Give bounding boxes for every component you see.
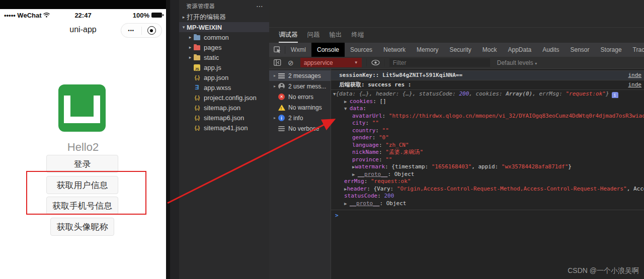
tree-caret-icon[interactable]: ▸: [181, 15, 187, 20]
sidebar-toggle-icon[interactable]: [274, 59, 281, 66]
close-record-icon[interactable]: [142, 26, 162, 35]
file-item[interactable]: ▸common: [179, 32, 269, 42]
expand-caret-icon[interactable]: ▶: [352, 172, 358, 177]
file-item[interactable]: Ǝapp.wxss: [179, 82, 269, 92]
devtools-tab[interactable]: Network: [378, 43, 411, 57]
devtools-tab[interactable]: Sources: [345, 43, 378, 57]
row-caret-icon[interactable]: ▸: [272, 84, 278, 88]
row-caret-icon[interactable]: ▸: [272, 73, 278, 78]
more-menu-icon[interactable]: •••: [121, 28, 141, 33]
devtools-tab[interactable]: Audits: [537, 43, 565, 57]
devtools-tab[interactable]: Console: [311, 43, 345, 57]
devtools-tab[interactable]: Trace: [627, 43, 644, 57]
devtools-tab[interactable]: AppData: [502, 43, 537, 57]
expand-caret-icon[interactable]: ▶: [344, 201, 350, 206]
file-item[interactable]: {..}sitemap41.json: [179, 123, 269, 133]
user-icon: [278, 83, 285, 89]
phone-button[interactable]: 获取头像昵称: [50, 218, 114, 236]
inspect-element-icon[interactable]: [274, 46, 281, 53]
explorer-more-icon[interactable]: ⋯: [256, 2, 263, 10]
devtools-tab[interactable]: Wxml: [285, 43, 311, 57]
console-line[interactable]: language: "zh_CN": [331, 142, 644, 149]
file-item[interactable]: {..}sitemap.json: [179, 103, 269, 113]
console-line[interactable]: ▶watermark: {timestamp: "1656168403", ap…: [331, 163, 644, 171]
panel-tab[interactable]: 问题: [307, 28, 320, 43]
phone-button[interactable]: 获取手机号信息: [46, 197, 118, 215]
warning-icon: !: [278, 105, 285, 111]
message-filter-row[interactable]: ▸i2 info: [269, 113, 331, 123]
console-line[interactable]: country: "": [331, 127, 644, 135]
console-line[interactable]: 后端获取: success res :inde: [331, 80, 644, 90]
verbose-icon: [278, 125, 285, 132]
info-icon: i: [278, 115, 285, 122]
file-tree: ▸打开的编辑器▾MP-WEIXIN▸common▸pages▸staticJSa…: [179, 12, 269, 133]
console-line[interactable]: sessionKey:: Lit5w84gZNIT+591KqiNNA==ind…: [331, 70, 644, 80]
devtools-top-spacer: [269, 0, 644, 28]
context-dropdown[interactable]: appservice ▼: [300, 58, 362, 67]
console-line[interactable]: city: "": [331, 120, 644, 127]
default-levels-dropdown[interactable]: Default levels ▾: [497, 59, 537, 66]
console-text: __proto__: [350, 200, 380, 207]
console-line[interactable]: errMsg: "request:ok": [331, 178, 644, 185]
devtools-tab[interactable]: Storage: [595, 43, 627, 57]
console-text: data: [350, 105, 363, 112]
file-item[interactable]: {..}app.json: [179, 72, 269, 82]
panel-tab[interactable]: 输出: [330, 28, 342, 43]
panel-tab[interactable]: 终端: [352, 28, 364, 43]
file-item[interactable]: {..}sitemap6.json: [179, 113, 269, 123]
tree-caret-icon[interactable]: ▸: [187, 45, 193, 50]
file-type-icon: JS: [193, 64, 201, 71]
console-line[interactable]: province: "": [331, 156, 644, 164]
message-filter-row[interactable]: !No warnings: [269, 102, 331, 113]
console-line[interactable]: ▶ __proto__: Object: [331, 200, 644, 208]
devtools-tab-bar: WxmlConsoleSourcesNetworkMemorySecurityM…: [269, 43, 644, 57]
console-line[interactable]: ▼ data:: [331, 105, 644, 113]
console-line[interactable]: ▼{data: {…}, header: {…}, statusCode: 20…: [331, 90, 644, 98]
devtools-tab[interactable]: Security: [444, 43, 476, 57]
console-prompt[interactable]: >: [331, 210, 644, 219]
tree-caret-icon[interactable]: ▸: [187, 35, 193, 40]
devtools-tab[interactable]: Mock: [477, 43, 503, 57]
phone-button[interactable]: 登录: [46, 155, 118, 173]
message-filter-row[interactable]: ▸2 user mess...: [269, 81, 331, 91]
message-filter-row[interactable]: ✕No errors: [269, 91, 331, 102]
file-item[interactable]: ▸pages: [179, 42, 269, 52]
row-caret-icon[interactable]: ▸: [272, 116, 278, 120]
item-label: app.wxss: [204, 84, 231, 91]
console-line[interactable]: ▶ __proto__: Object: [331, 171, 644, 178]
console-line[interactable]: ▶ cookies: []: [331, 98, 644, 106]
console-line[interactable]: ▶header: {Vary: "Origin,Access-Control-R…: [331, 185, 644, 193]
panel-tab[interactable]: 调试器: [279, 28, 298, 43]
source-link[interactable]: inde: [628, 80, 642, 89]
devtools-tab[interactable]: Sensor: [565, 43, 595, 57]
tree-caret-icon[interactable]: ▾: [181, 25, 187, 30]
phone-button[interactable]: 获取用户信息: [46, 176, 118, 194]
file-item[interactable]: ▸static: [179, 52, 269, 62]
clear-console-icon[interactable]: ⊘: [288, 59, 294, 67]
default-levels-label: Default levels: [497, 59, 533, 66]
filter-input[interactable]: [389, 58, 490, 67]
console-line[interactable]: statusCode: 200: [331, 193, 644, 200]
message-filter-row[interactable]: ▸2 messages: [269, 70, 331, 81]
eye-icon[interactable]: [371, 60, 380, 65]
console-line[interactable]: nickName: "孟婆.来碗汤": [331, 149, 644, 156]
source-link[interactable]: inde: [628, 71, 642, 80]
console-line[interactable]: gender: "0": [331, 134, 644, 142]
console-text: city: [352, 120, 366, 126]
message-filter-row[interactable]: No verbose: [269, 123, 331, 134]
row-label: No errors: [288, 94, 313, 101]
item-label: static: [204, 54, 219, 61]
item-label: sitemap6.json: [204, 114, 244, 122]
console-line[interactable]: avatarUrl: "https://thirdwx.qlogo.cn/mmo…: [331, 113, 644, 120]
item-label: app.js: [204, 64, 221, 71]
console-text: : Object: [387, 171, 414, 177]
expand-caret-icon[interactable]: ▶: [344, 99, 350, 104]
file-item[interactable]: JSapp.js: [179, 62, 269, 72]
capsule-menu[interactable]: •••: [121, 23, 162, 38]
tree-section[interactable]: ▾MP-WEIXIN: [179, 22, 269, 32]
file-item[interactable]: {..}project.config.json: [179, 92, 269, 103]
tree-section[interactable]: ▸打开的编辑器: [179, 12, 269, 22]
tree-caret-icon[interactable]: ▸: [187, 55, 193, 60]
devtools-tab[interactable]: Memory: [411, 43, 444, 57]
expand-caret-icon[interactable]: ▼: [344, 106, 350, 111]
